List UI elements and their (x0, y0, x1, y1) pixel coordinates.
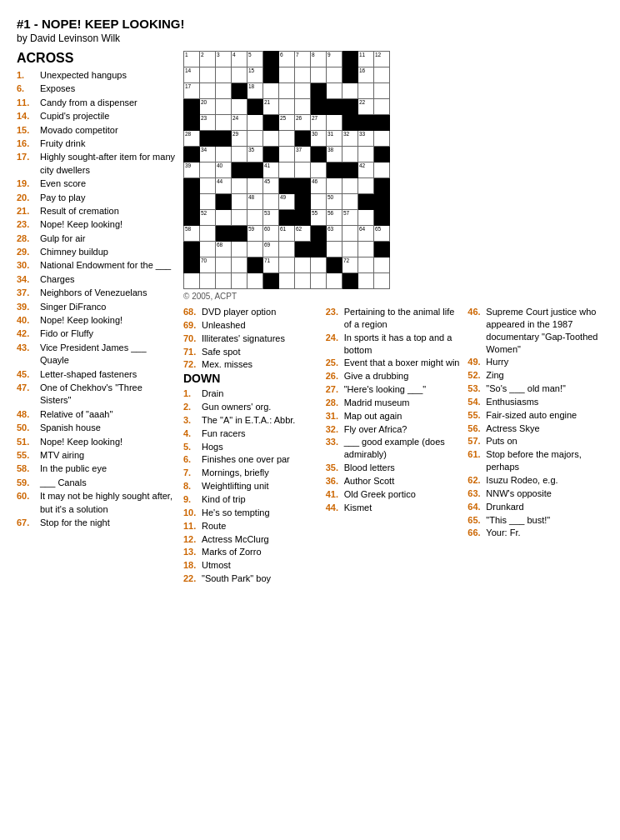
clue-text: In the public eye (40, 462, 175, 475)
down-clue-item: 4.Fun racers (183, 428, 319, 440)
across-clue-item: 29.Chimney buildup (17, 246, 175, 258)
across-clue-item: 72.Mex. misses (183, 358, 319, 371)
across-clue-item: 6.Exposes (17, 82, 175, 95)
grid-cell: 49 (279, 194, 295, 210)
grid-cell: 50 (327, 194, 342, 210)
across-clue-item: 69.Unleashed (183, 319, 319, 332)
clue-text: Pertaining to the animal life of a regio… (344, 306, 462, 331)
grid-cell (184, 99, 200, 115)
grid-cell (248, 162, 263, 178)
clue-text: "This ___ bust!" (486, 514, 603, 527)
grid-cell (200, 83, 216, 99)
grid-cell (279, 178, 295, 194)
across-col2-clues: 23.Pertaining to the animal life of a re… (326, 306, 462, 586)
grid-cell (342, 162, 358, 178)
clue-number: 23. (326, 306, 344, 331)
grid-cell: 12 (374, 52, 390, 68)
cell-number: 68 (217, 242, 222, 248)
grid-cell: 45 (263, 178, 279, 194)
grid-cell: 1 (184, 52, 200, 68)
down-clue-item: 8.Weightlifting unit (183, 480, 319, 492)
clue-item: 56.Actress Skye (468, 422, 603, 435)
clue-text: NNW's opposite (486, 488, 603, 500)
clue-text: Movado competitor (40, 124, 175, 137)
clue-text: Vice President James ___ Quayle (40, 342, 175, 368)
clue-text: Puts on (486, 435, 603, 448)
clue-text: Map out again (344, 410, 462, 422)
clue-number: 20. (17, 192, 40, 204)
clue-text: Cupid's projectile (40, 110, 175, 122)
grid-cell (232, 210, 248, 226)
clue-text: He's so tempting (202, 507, 319, 519)
grid-cell (374, 258, 390, 273)
grid-cell (311, 226, 327, 242)
clue-number: 30. (17, 259, 40, 272)
clue-text: Charges (40, 273, 175, 286)
clue-text: Mex. misses (202, 358, 319, 371)
clue-number: 28. (17, 232, 40, 245)
clue-number: 56. (468, 422, 486, 435)
across-clue-item: 55.MTV airing (17, 449, 175, 462)
grid-cell (374, 147, 390, 162)
grid-cell: 56 (327, 210, 342, 226)
clue-number: 6. (183, 453, 202, 466)
grid-cell (374, 83, 390, 99)
grid-cell (327, 83, 342, 99)
clue-item: 35.Blood letters (326, 462, 462, 474)
clue-number: 46. (468, 306, 486, 355)
clue-number: 11. (183, 520, 202, 532)
cell-number: 45 (264, 179, 270, 185)
grid-cell: 2 (200, 52, 216, 68)
clue-number: 28. (326, 397, 344, 409)
grid-cell: 57 (342, 210, 358, 226)
grid-cell: 5 (248, 52, 263, 68)
grid-cell: 61 (279, 226, 295, 242)
across-clue-item: 37.Neighbors of Venezuelans (17, 287, 175, 299)
grid-cell (279, 258, 295, 273)
cell-number: 23 (201, 116, 207, 122)
cell-number: 9 (328, 52, 331, 58)
grid-cell: 69 (263, 242, 279, 258)
clue-text: Nope! Keep looking! (40, 314, 175, 327)
clue-number: 6. (17, 82, 40, 95)
clue-text: Blood letters (344, 462, 462, 474)
grid-cell (374, 178, 390, 194)
grid-cell (232, 99, 248, 115)
grid-cell (358, 258, 374, 273)
grid-cell: 4 (232, 52, 248, 68)
cell-number: 60 (264, 227, 270, 232)
clue-number: 55. (17, 449, 40, 462)
grid-cell (248, 115, 263, 131)
cell-number: 14 (185, 68, 191, 74)
grid-cell: 35 (248, 147, 263, 162)
clue-number: 37. (17, 287, 40, 299)
down-clue-item: 7.Mornings, briefly (183, 467, 319, 479)
across-clue-item: 71.Safe spot (183, 346, 319, 358)
down-clue-item: 5.Hogs (183, 441, 319, 453)
clue-number: 58. (17, 462, 40, 475)
grid-cell (279, 147, 295, 162)
clue-number: 16. (17, 138, 40, 150)
grid-cell (374, 99, 390, 115)
grid-cell (216, 115, 232, 131)
across-heading: ACROSS (17, 51, 175, 66)
grid-cell: 72 (342, 258, 358, 273)
cell-number: 37 (296, 148, 302, 153)
grid-cell (311, 83, 327, 99)
grid-cell (184, 178, 200, 194)
cell-number: 4 (232, 52, 236, 58)
grid-cell: 25 (279, 115, 295, 131)
grid-cell (279, 68, 295, 83)
down-clue-item: 6.Finishes one over par (183, 453, 319, 466)
clue-number: 55. (468, 409, 486, 422)
cell-number: 53 (264, 211, 270, 217)
grid-cell (374, 131, 390, 147)
cell-number: 21 (264, 100, 270, 106)
grid-cell (232, 194, 248, 210)
clue-number: 1. (183, 388, 202, 400)
across-clue-item: 20.Pay to play (17, 192, 175, 204)
grid-cell: 6 (279, 52, 295, 68)
across-clue-item: 28.Gulp for air (17, 232, 175, 245)
clue-number: 27. (326, 383, 344, 396)
cell-number: 44 (217, 179, 222, 185)
